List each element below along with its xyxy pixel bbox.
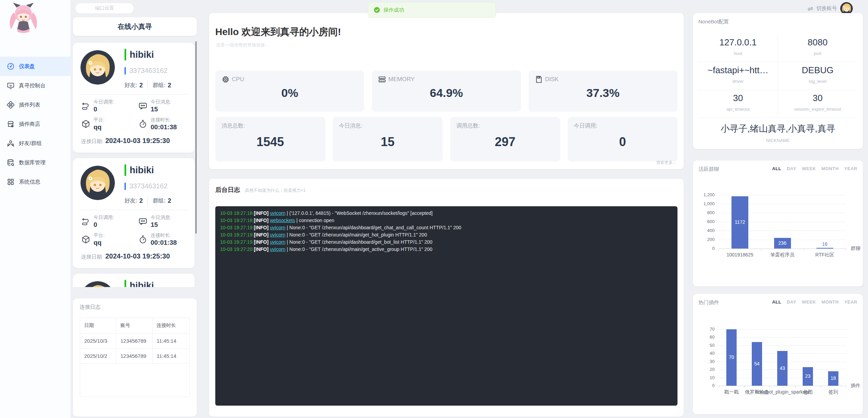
duration-label: 连接时长: xyxy=(151,232,177,239)
log-line: 10-03 19:27:18 [INFO] uvicorn | ('127.0.… xyxy=(220,210,673,217)
disk-value: 37.3% xyxy=(529,86,677,100)
log-level: [INFO] xyxy=(254,218,269,223)
total-messages-label: 消息总数: xyxy=(221,122,245,130)
active-groups-chart: 02004006008001,0001,20011721001918625236… xyxy=(693,161,863,286)
today-call-value: 0 xyxy=(94,221,114,229)
column-account: 账号 xyxy=(116,318,152,333)
mascot-logo-image xyxy=(6,1,41,34)
table-row: 2025/10/3 123456789 11:45:14 xyxy=(80,333,190,349)
nonebot-config-grid: 127.0.0.1 host 8080 port ~fastapi+~htt… … xyxy=(698,34,857,150)
log-logger-link[interactable]: uvicorn xyxy=(270,239,285,245)
log-logger-link[interactable]: uvicorn xyxy=(270,232,285,238)
log-line: 10-03 19:27:19 [INFO] uvicorn | None:0 -… xyxy=(220,224,673,231)
friends-label: 好友: xyxy=(124,82,137,89)
groups-count: 2 xyxy=(168,197,171,205)
page-title: Hello 欢迎来到真寻的小房间! xyxy=(215,25,341,38)
bot-name: hibiki xyxy=(130,165,154,176)
hot-plugins-panel: 热门插件 ALLDAYWEEKMONTHYEAR 010203040506070… xyxy=(693,294,863,414)
today-message-cell: 今日消息:15 xyxy=(138,99,171,113)
bot-card: hibiki 3373463162 好友: 2 群组: 2 xyxy=(73,274,195,287)
database-icon xyxy=(7,159,14,166)
system-metrics-row: CPU 0% MEMORY 64.9% DISK 37.3% xyxy=(215,70,677,112)
disk-card: DISK 37.3% xyxy=(529,70,677,112)
cpu-label: CPU xyxy=(232,76,244,83)
disk-icon xyxy=(535,75,543,84)
bots-list-scrollbar[interactable] xyxy=(195,41,197,234)
log-logger-link[interactable]: uvicorn xyxy=(270,246,285,252)
uid-accent-bar xyxy=(124,183,126,190)
plugins-icon xyxy=(7,101,14,109)
sidebar-item-console[interactable]: 真寻控制台 xyxy=(0,76,70,95)
backend-logs-subtitle: 虽然不知道为什么，但是视力+1 xyxy=(245,188,306,194)
cpu-value: 0% xyxy=(215,86,364,100)
log-line: 10-03 19:27:19 [INFO] uvicorn | None:0 -… xyxy=(220,231,673,239)
disk-label: DISK xyxy=(545,76,559,83)
message-stats-row: 消息总数: 1545 今日消息: 15 调用总数: 297 今日调用: 0 xyxy=(215,117,677,162)
sidebar-item-system-info[interactable]: 系统信息 xyxy=(0,172,70,191)
log-line: 10-03 19:27:18 [INFO] websockets | conne… xyxy=(220,217,673,224)
duration-value: 00:01:38 xyxy=(151,239,177,246)
online-bots-list[interactable]: hibiki 3373463162 好友: 2 群组: 2 xyxy=(73,38,197,287)
connection-date-label: 连接日期: xyxy=(81,254,103,260)
connection-log-table: 日期 账号 连接时长 2025/10/3 123456789 11:45:14 … xyxy=(80,318,190,397)
sidebar-item-database[interactable]: 数据库管理 xyxy=(0,153,70,172)
memory-icon xyxy=(378,75,386,84)
bot-counts: 好友: 2 群组: 2 xyxy=(124,81,171,89)
today-messages-label: 今日消息: xyxy=(339,122,362,130)
console-icon xyxy=(7,82,14,89)
account-cell: 123456789 xyxy=(116,333,152,349)
memory-label: MEMORY xyxy=(388,76,414,83)
log-timestamp: 10-03 19:27:18 xyxy=(220,218,252,223)
view-more-link[interactable]: 查看更多... xyxy=(656,160,676,166)
config-session-expire-timeout: 30 session_expire_timeout xyxy=(778,90,857,118)
welcome-panel: Hello 欢迎来到真寻的小房间! 这是一场传奇的冒险旅途... CPU 0% … xyxy=(209,13,684,169)
bot-avatar xyxy=(80,281,115,287)
bot-counts: 好友: 2 群组: 2 xyxy=(124,197,171,205)
total-messages-card: 消息总数: 1545 xyxy=(215,117,325,162)
sidebar-item-label: 系统信息 xyxy=(19,178,40,186)
bot-avatar xyxy=(80,166,115,200)
duration-cell: 11:45:14 xyxy=(152,349,189,364)
backend-logs-panel: 后台日志 虽然不知道为什么，但是视力+1 10-03 19:27:18 [INF… xyxy=(209,179,684,417)
platform-cube-icon xyxy=(81,119,90,129)
sidebar-item-plugin-store[interactable]: 插件商店 xyxy=(0,114,70,134)
config-log-level: DEBUG log_level xyxy=(778,62,857,90)
config-nickname: 小寻子,绪山真寻,小真寻,真寻 NICKNAME xyxy=(698,118,857,150)
log-logger-link[interactable]: uvicorn xyxy=(270,210,285,216)
column-duration: 连接时长 xyxy=(152,318,189,333)
today-message-label: 今日消息: xyxy=(151,214,171,221)
cpu-icon xyxy=(221,75,230,84)
log-console[interactable]: 10-03 19:27:18 [INFO] uvicorn | ('127.0.… xyxy=(215,206,677,406)
total-calls-label: 调用总数: xyxy=(456,122,480,130)
log-message: | None:0 - "GET /zhenxun/api/main/get_ac… xyxy=(287,246,432,252)
today-message-cell: 今日消息:15 xyxy=(138,214,171,229)
log-timestamp: 10-03 19:27:19 xyxy=(220,225,252,230)
friends-count: 2 xyxy=(139,82,143,89)
name-accent-bar xyxy=(124,280,126,287)
sidebar-item-plugin-list[interactable]: 插件列表 xyxy=(0,95,70,114)
port-settings-button[interactable]: 端口设置 xyxy=(75,3,134,14)
sidebar-item-friends-groups[interactable]: 好友/群组 xyxy=(0,134,70,153)
log-logger-link[interactable]: uvicorn xyxy=(270,225,285,230)
connection-date: 连接日期:2024-10-03 19:25:30 xyxy=(81,137,170,145)
switch-account-label: 切换账号 xyxy=(816,5,837,12)
log-timestamp: 10-03 19:27:19 xyxy=(220,232,252,238)
log-logger-link[interactable]: websockets xyxy=(270,218,295,223)
bot-name: hibiki xyxy=(130,50,154,60)
today-message-label: 今日消息: xyxy=(151,99,171,105)
log-level: [INFO] xyxy=(254,225,269,230)
message-bubble-icon xyxy=(138,217,148,226)
duration-cell: 连接时长:00:01:38 xyxy=(138,232,177,246)
platform-label: 平台: xyxy=(94,232,105,239)
log-line: 10-03 19:27:20 [INFO] uvicorn | None:0 -… xyxy=(220,246,673,253)
call-return-icon xyxy=(81,217,90,226)
stopwatch-icon xyxy=(138,119,148,129)
users-icon xyxy=(7,140,14,147)
friends-label: 好友: xyxy=(124,197,137,205)
backend-logs-title: 后台日志 xyxy=(215,186,240,194)
log-timestamp: 10-03 19:27:19 xyxy=(220,239,252,245)
today-call-label: 今日调用: xyxy=(94,214,114,221)
nonebot-config-panel: NoneBot配置 127.0.0.1 host 8080 port ~fast… xyxy=(693,13,863,149)
sidebar-item-dashboard[interactable]: 仪表盘 xyxy=(0,57,70,76)
config-api-timeout: 30 api_timeout xyxy=(698,90,778,118)
